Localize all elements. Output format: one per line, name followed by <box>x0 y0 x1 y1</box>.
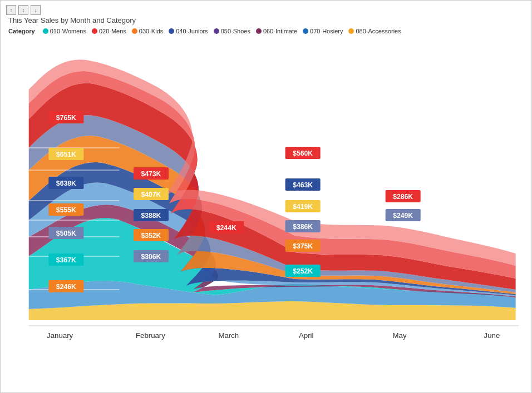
legend-item-6: 070-Hosiery <box>303 28 343 34</box>
legend-item-3: 040-Juniors <box>169 28 208 34</box>
legend-item-4: 050-Shoes <box>214 28 250 34</box>
legend-dot-7 <box>348 28 354 34</box>
legend-label-3: 040-Juniors <box>176 28 208 34</box>
legend-label-2: 030-Kids <box>139 28 163 34</box>
legend-label-5: 060-Intimate <box>263 28 297 34</box>
legend-dot-3 <box>169 28 174 34</box>
svg-text:$306K: $306K <box>141 253 161 261</box>
legend-label-1: 020-Mens <box>99 28 126 34</box>
legend-dot-0 <box>43 28 48 34</box>
svg-text:$638K: $638K <box>56 180 76 187</box>
svg-text:$651K: $651K <box>56 151 76 158</box>
svg-text:$249K: $249K <box>393 212 413 220</box>
svg-text:March: March <box>218 331 239 340</box>
legend-label-6: 070-Hosiery <box>310 28 343 34</box>
legend-label-7: 080-Accessories <box>356 28 401 34</box>
legend-dot-4 <box>214 28 219 34</box>
chart-title: This Year Sales by Month and Category <box>8 16 527 24</box>
chart-legend: Category010-Womens020-Mens030-Kids040-Ju… <box>6 28 527 34</box>
svg-text:$505K: $505K <box>56 230 76 237</box>
legend-item-1: 020-Mens <box>92 28 126 34</box>
legend-dot-1 <box>92 28 97 34</box>
legend-dot-6 <box>303 28 308 34</box>
chart-container: ↑ ↕ ↓ This Year Sales by Month and Categ… <box>1 1 532 393</box>
legend-item-5: 060-Intimate <box>256 28 297 34</box>
svg-text:$252K: $252K <box>293 267 313 275</box>
svg-text:$286K: $286K <box>393 193 413 201</box>
svg-text:$407K: $407K <box>141 191 161 198</box>
scroll-down-btn[interactable]: ↓ <box>31 5 41 15</box>
legend-item-2: 030-Kids <box>132 28 163 34</box>
svg-text:$765K: $765K <box>56 114 76 122</box>
svg-text:$246K: $246K <box>56 283 76 291</box>
scroll-both-btn[interactable]: ↕ <box>18 5 28 15</box>
svg-text:$473K: $473K <box>141 170 161 178</box>
legend-dot-2 <box>132 28 137 34</box>
svg-text:$367K: $367K <box>56 256 76 264</box>
legend-prefix: Category <box>8 28 35 34</box>
svg-text:$244K: $244K <box>216 224 237 232</box>
legend-label-4: 050-Shoes <box>221 28 250 34</box>
svg-text:$386K: $386K <box>293 223 313 231</box>
svg-text:$352K: $352K <box>141 232 161 240</box>
legend-item-0: 010-Womens <box>43 28 86 34</box>
legend-item-7: 080-Accessories <box>348 28 401 34</box>
svg-text:January: January <box>47 331 73 340</box>
svg-text:June: June <box>484 331 500 340</box>
svg-text:$419K: $419K <box>293 203 313 211</box>
svg-text:$555K: $555K <box>56 206 76 214</box>
svg-text:$560K: $560K <box>293 150 313 157</box>
svg-text:April: April <box>299 331 314 340</box>
legend-dot-5 <box>256 28 262 34</box>
scroll-up-btn[interactable]: ↑ <box>6 5 16 15</box>
chart-svg: $765K $651K $638K $555K $505K $367K $246… <box>6 37 527 348</box>
window-controls: ↑ ↕ ↓ <box>6 5 527 15</box>
legend-label-0: 010-Womens <box>50 28 86 34</box>
svg-text:$463K: $463K <box>293 181 313 189</box>
svg-text:$388K: $388K <box>141 212 161 220</box>
svg-text:$375K: $375K <box>293 242 313 250</box>
svg-text:May: May <box>393 331 407 340</box>
svg-text:February: February <box>136 331 165 340</box>
